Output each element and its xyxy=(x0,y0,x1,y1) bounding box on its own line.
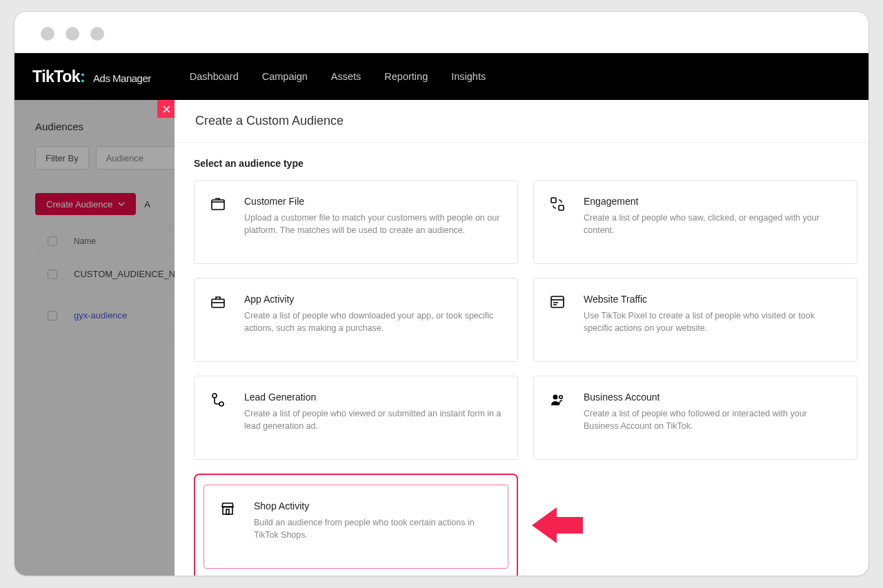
nav-campaign[interactable]: Campaign xyxy=(262,71,308,82)
card-business-account[interactable]: Business Account Create a list of people… xyxy=(533,376,857,460)
card-desc: Upload a customer file to match your cus… xyxy=(244,212,504,236)
card-desc: Create a list of people who saw, clicked… xyxy=(584,212,843,236)
close-modal-button[interactable] xyxy=(157,100,175,118)
card-title: Shop Activity xyxy=(254,500,494,511)
card-shop-activity[interactable]: Shop Activity Build an audience from peo… xyxy=(204,485,508,569)
svg-rect-2 xyxy=(559,205,564,210)
card-desc: Use TikTok Pixel to create a list of peo… xyxy=(584,310,843,334)
svg-rect-1 xyxy=(551,198,556,203)
svg-rect-9 xyxy=(226,509,229,514)
browser-icon xyxy=(549,294,568,313)
card-desc: Create a list of people who downloaded y… xyxy=(244,310,504,334)
folder-icon xyxy=(210,196,229,215)
section-label: Select an audience type xyxy=(194,158,857,169)
traffic-light xyxy=(41,27,54,41)
card-app-activity[interactable]: App Activity Create a list of people who… xyxy=(194,278,518,362)
svg-point-6 xyxy=(219,402,224,406)
svg-point-8 xyxy=(559,396,562,398)
main-nav: Dashboard Campaign Assets Reporting Insi… xyxy=(190,71,486,82)
svg-rect-3 xyxy=(212,299,224,307)
traffic-light xyxy=(90,27,104,41)
audience-type-grid: Customer File Upload a customer file to … xyxy=(194,180,857,576)
card-title: App Activity xyxy=(244,294,504,305)
lead-gen-icon xyxy=(210,392,229,411)
card-desc: Create a list of people who followed or … xyxy=(584,407,843,432)
nav-reporting[interactable]: Reporting xyxy=(384,71,428,82)
svg-point-7 xyxy=(553,395,558,400)
card-title: Engagement xyxy=(584,196,843,207)
svg-rect-0 xyxy=(212,200,224,210)
briefcase-icon xyxy=(210,294,229,313)
nav-assets[interactable]: Assets xyxy=(331,71,361,82)
traffic-light xyxy=(66,27,79,41)
nav-insights[interactable]: Insights xyxy=(451,71,486,82)
brand-logo: TikTok: Ads Manager xyxy=(32,68,151,86)
window-traffic-lights xyxy=(41,27,104,41)
close-icon xyxy=(163,105,170,113)
engagement-icon xyxy=(549,196,568,215)
highlighted-card-wrap: Shop Activity Build an audience from peo… xyxy=(194,474,518,576)
shop-icon xyxy=(219,500,239,520)
card-title: Business Account xyxy=(584,392,843,403)
callout-arrow xyxy=(532,507,583,546)
browser-frame: TikTok: Ads Manager Dashboard Campaign A… xyxy=(14,11,869,576)
create-audience-modal: Create a Custom Audience Select an audie… xyxy=(175,100,869,576)
card-engagement[interactable]: Engagement Create a list of people who s… xyxy=(533,180,857,264)
top-nav-bar: TikTok: Ads Manager Dashboard Campaign A… xyxy=(14,53,869,100)
card-desc: Create a list of people who viewed or su… xyxy=(244,407,504,432)
nav-dashboard[interactable]: Dashboard xyxy=(190,71,239,82)
card-title: Customer File xyxy=(244,196,504,207)
card-title: Lead Generation xyxy=(244,392,504,403)
card-website-traffic[interactable]: Website Traffic Use TikTok Pixel to crea… xyxy=(533,278,857,362)
svg-point-5 xyxy=(212,394,217,398)
modal-title: Create a Custom Audience xyxy=(175,100,869,143)
brand-name: TikTok xyxy=(32,68,80,85)
card-desc: Build an audience from people who took c… xyxy=(254,516,494,541)
card-title: Website Traffic xyxy=(584,294,843,305)
brand-suffix: Ads Manager xyxy=(93,72,151,84)
card-lead-generation[interactable]: Lead Generation Create a list of people … xyxy=(194,376,518,460)
modal-body: Select an audience type Customer File Up… xyxy=(175,150,869,576)
card-customer-file[interactable]: Customer File Upload a customer file to … xyxy=(194,180,518,264)
people-icon xyxy=(549,392,568,411)
svg-rect-4 xyxy=(551,296,564,307)
